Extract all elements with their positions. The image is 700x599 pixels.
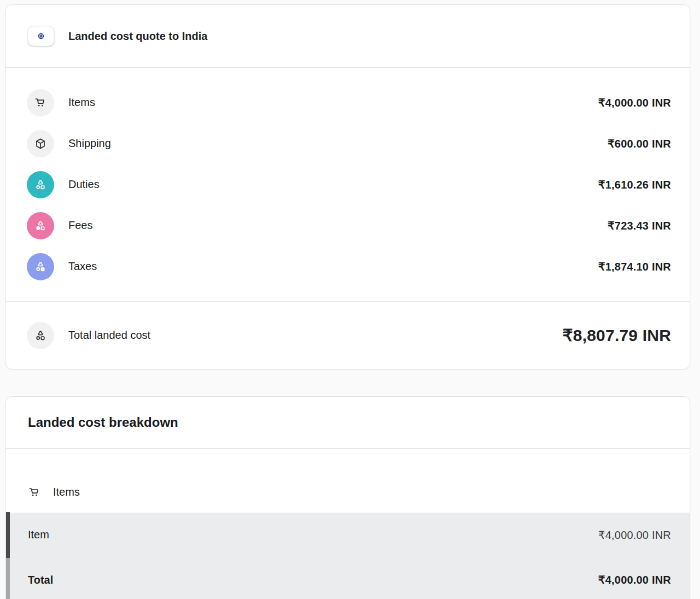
quote-card-title: Landed cost quote to India xyxy=(68,30,207,43)
row-value: ₹723.43 INR xyxy=(608,219,671,232)
fees-shapes-icon xyxy=(27,212,54,239)
row-label: Item xyxy=(28,528,49,541)
row-label: Shipping xyxy=(68,137,111,150)
quote-row-duties: Duties ₹1,610.26 INR xyxy=(6,164,690,205)
row-value: ₹1,610.26 INR xyxy=(598,178,671,191)
duties-shapes-icon xyxy=(27,171,54,198)
total-value: ₹8,807.79 INR xyxy=(563,326,671,345)
quote-row-taxes: Taxes ₹1,874.10 INR xyxy=(6,246,690,287)
taxes-shapes-icon xyxy=(27,253,54,280)
row-label: Duties xyxy=(68,178,100,191)
total-landed-cost-row: Total landed cost ₹8,807.79 INR xyxy=(6,301,690,369)
quote-row-items: Items ₹4,000.00 INR xyxy=(6,82,690,123)
breakdown-card-header: Landed cost breakdown xyxy=(6,397,690,449)
landed-cost-breakdown-card: Landed cost breakdown Items Item ₹4,000.… xyxy=(5,396,690,599)
row-value: ₹4,000.00 INR xyxy=(598,528,671,542)
cart-icon xyxy=(27,89,54,116)
total-shapes-icon xyxy=(27,322,54,349)
total-label: Total landed cost xyxy=(68,329,150,342)
row-value: ₹600.00 INR xyxy=(608,137,671,150)
quote-card-header: Landed cost quote to India xyxy=(6,5,690,68)
breakdown-vertical-scrollbar[interactable] xyxy=(6,512,10,599)
landed-cost-quote-card: Landed cost quote to India Items ₹4,000.… xyxy=(5,4,690,369)
quote-rows: Items ₹4,000.00 INR Shipping ₹600.00 INR… xyxy=(6,68,690,301)
row-label: Taxes xyxy=(68,260,97,273)
breakdown-row-item: Item ₹4,000.00 INR xyxy=(6,513,690,557)
row-label: Total xyxy=(28,574,53,586)
breakdown-row-total: Total ₹4,000.00 INR xyxy=(6,557,690,599)
row-value: ₹4,000.00 INR xyxy=(598,96,671,109)
row-label: Items xyxy=(68,96,95,109)
items-section-header: Items xyxy=(6,449,690,513)
breakdown-title: Landed cost breakdown xyxy=(28,415,178,430)
ashoka-chakra-icon xyxy=(38,33,44,39)
row-label: Fees xyxy=(68,219,92,232)
quote-row-shipping: Shipping ₹600.00 INR xyxy=(6,123,690,164)
scrollbar-thumb[interactable] xyxy=(6,512,10,558)
items-section-label: Items xyxy=(53,486,80,498)
row-value: ₹1,874.10 INR xyxy=(598,260,671,273)
quote-row-fees: Fees ₹723.43 INR xyxy=(6,205,690,246)
india-flag-icon xyxy=(28,26,54,46)
row-value: ₹4,000.00 INR xyxy=(598,573,671,586)
cart-icon xyxy=(28,486,41,499)
package-icon xyxy=(27,130,54,157)
